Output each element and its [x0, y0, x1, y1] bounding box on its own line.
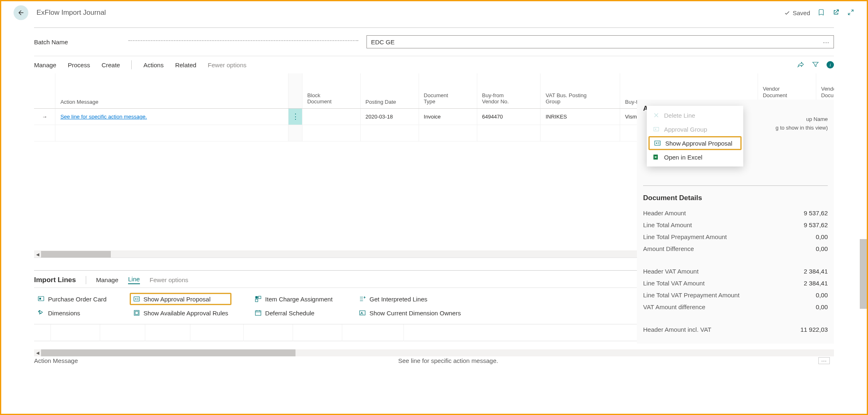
menu-open-in-excel[interactable]: Open in Excel: [647, 150, 743, 164]
import-lines-scrollbar[interactable]: ◀: [34, 349, 834, 356]
toolbar-separator: [131, 60, 132, 69]
action-dimensions[interactable]: Dimensions: [34, 307, 110, 319]
toolbar-related[interactable]: Related: [175, 62, 197, 68]
cell-vat-posting-group[interactable]: INRIKES: [540, 108, 620, 125]
svg-rect-2: [134, 297, 140, 301]
detail-row: Line Total VAT Amount2 384,41: [643, 277, 828, 289]
batch-name-label: Batch Name: [34, 39, 128, 46]
cell-document-type[interactable]: Invoice: [419, 108, 477, 125]
detail-row: Line Total Amount9 537,62: [643, 219, 828, 231]
svg-rect-14: [655, 141, 660, 146]
action-get-interpreted-lines[interactable]: Get Interpreted Lines: [355, 293, 464, 305]
filter-icon[interactable]: [812, 61, 819, 69]
menu-approval-group[interactable]: Approval Group: [647, 122, 743, 136]
detail-row: Header Amount incl. VAT11 922,03: [643, 324, 828, 335]
menu-show-approval-proposal[interactable]: Show Approval Proposal: [648, 136, 742, 150]
svg-rect-7: [259, 296, 261, 299]
detail-row: Header VAT Amount2 384,41: [643, 265, 828, 277]
action-purchase-order-card[interactable]: Purchase Order Card: [34, 293, 110, 305]
toolbar-process[interactable]: Process: [68, 62, 90, 68]
detail-row: Line Total Prepayment Amount0,00: [643, 231, 828, 243]
svg-point-3: [135, 299, 136, 300]
context-menu: Delete Line Approval Group Show Approval…: [647, 106, 743, 166]
col-block-document[interactable]: BlockDocument: [302, 73, 360, 108]
detail-row: Amount Difference0,00: [643, 243, 828, 255]
batch-name-input[interactable]: EDC GE ···: [366, 35, 834, 48]
col-buy-from-vendor-no[interactable]: Buy-fromVendor No.: [477, 73, 540, 108]
batch-name-lookup-icon[interactable]: ···: [823, 39, 829, 46]
col-action-message[interactable]: Action Message: [55, 73, 289, 108]
import-lines-title: Import Lines: [34, 276, 76, 284]
menu-delete-line[interactable]: Delete Line: [647, 108, 743, 122]
col-vat-posting-group[interactable]: VAT Bus. PostingGroup: [540, 73, 620, 108]
back-button[interactable]: [14, 5, 28, 20]
action-show-available-approval-rules[interactable]: Show Available Approval Rules: [130, 307, 232, 319]
row-menu-button[interactable]: ⋮: [289, 108, 302, 125]
bookmark-icon[interactable]: [818, 9, 825, 17]
collapse-icon[interactable]: [847, 9, 854, 17]
action-show-current-dimension-owners[interactable]: Show Current Dimension Owners: [355, 307, 464, 319]
cell-posting-date[interactable]: 2020-03-18: [360, 108, 419, 125]
cell-block-document[interactable]: [302, 108, 360, 125]
svg-point-13: [655, 129, 656, 130]
svg-rect-9: [255, 311, 261, 315]
bottom-action-message-label: Action Message: [34, 357, 78, 364]
svg-rect-8: [255, 299, 258, 302]
toolbar-create[interactable]: Create: [101, 62, 120, 68]
tab-manage[interactable]: Manage: [96, 276, 118, 283]
bottom-action-message-text: See line for specific action message.: [398, 357, 498, 364]
svg-rect-5: [135, 311, 138, 315]
popout-icon[interactable]: [832, 9, 840, 17]
toolbar-actions[interactable]: Actions: [143, 62, 163, 68]
col-document-type[interactable]: DocumentType: [419, 73, 477, 108]
bottom-more-button[interactable]: ···: [818, 357, 830, 364]
svg-rect-6: [255, 296, 258, 299]
col-posting-date[interactable]: Posting Date: [360, 73, 419, 108]
share-icon[interactable]: [797, 61, 804, 69]
dotted-leader: [128, 40, 358, 41]
toolbar-manage[interactable]: Manage: [34, 62, 56, 68]
svg-rect-1: [39, 298, 41, 300]
cell-buy-from-vendor-no[interactable]: 6494470: [477, 108, 540, 125]
tab-fewer-options[interactable]: Fewer options: [150, 276, 188, 283]
toolbar-fewer-options[interactable]: Fewer options: [208, 62, 246, 68]
document-details-title: Document Details: [643, 194, 828, 202]
row-selector-icon[interactable]: →: [34, 108, 55, 125]
svg-point-15: [656, 143, 657, 144]
action-item-charge-assignment[interactable]: Item Charge Assignment: [251, 293, 336, 305]
action-deferral-schedule[interactable]: Deferral Schedule: [251, 307, 336, 319]
tab-line[interactable]: Line: [128, 276, 140, 284]
detail-row: Line Total VAT Prepayment Amount0,00: [643, 289, 828, 301]
info-icon[interactable]: i: [827, 61, 834, 68]
action-message-link[interactable]: See line for specific action message.: [60, 114, 147, 120]
saved-indicator: Saved: [784, 9, 810, 16]
detail-row: VAT Amount difference0,00: [643, 301, 828, 313]
detail-row: Header Amount9 537,62: [643, 207, 828, 219]
vertical-scrollbar[interactable]: [860, 239, 867, 309]
page-title: ExFlow Import Journal: [37, 9, 106, 17]
action-show-approval-proposal[interactable]: Show Approval Proposal: [130, 293, 232, 305]
svg-point-11: [361, 312, 362, 313]
